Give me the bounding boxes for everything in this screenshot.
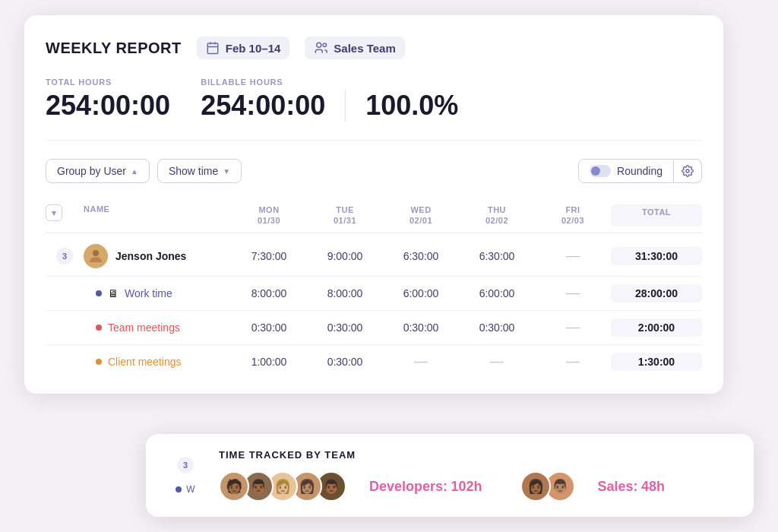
mon-date: 01/30: [258, 215, 280, 226]
user-count-badge: 3: [56, 248, 73, 264]
team-badge[interactable]: Sales Team: [305, 36, 404, 59]
thu-date: 02/02: [485, 215, 508, 226]
cell-tue-3: 0:30:00: [307, 356, 383, 368]
table-row-user: 3 Jenson Jones 7:30:00 9:00:00 6:30:00 6…: [46, 236, 702, 277]
svg-point-4: [317, 43, 321, 47]
rounding-label: Rounding: [617, 165, 663, 177]
cell-wed-3: —: [383, 353, 459, 369]
avatar: [84, 244, 108, 268]
wed-date: 02/01: [410, 215, 432, 226]
bottom-sub-row: W: [176, 484, 194, 495]
cell-thu-0: 6:30:00: [459, 250, 535, 262]
dev-team-label: Developers: 102h: [369, 479, 482, 495]
team-meetings-name-cell: Team meetings: [84, 321, 231, 334]
dev-avatar-group: 🧑🏾 👨🏾 👩🏼 👩🏽 👨🏾: [219, 471, 346, 502]
billable-hours-block: BILLABLE HOURS 254:00:00 100.0%: [201, 78, 458, 122]
bottom-left-section: 3 W: [167, 457, 204, 495]
settings-button[interactable]: [674, 159, 702, 183]
team-icon: [314, 41, 327, 55]
cell-fri-1: —: [535, 285, 611, 301]
fri-day: FRI: [565, 204, 580, 215]
cell-fri-0: —: [535, 248, 611, 264]
cell-fri-3: —: [535, 353, 611, 369]
cell-total-0: 31:30:00: [611, 247, 702, 265]
svg-point-5: [323, 43, 327, 47]
tue-day: TUE: [336, 204, 354, 215]
bottom-right-content: TIME TRACKED BY TEAM 🧑🏾 👨🏾 👩🏼 👩🏽 👨🏾 Deve…: [219, 449, 732, 502]
controls-row: Group by User ▲ Show time ▼ Rounding: [46, 159, 702, 183]
col-fri: FRI 02/03: [535, 204, 611, 226]
work-time-link[interactable]: Work time: [125, 287, 172, 299]
col-mon: MON 01/30: [231, 204, 307, 226]
show-time-button[interactable]: Show time ▼: [157, 159, 242, 183]
controls-left: Group by User ▲ Show time ▼: [46, 159, 242, 183]
group-by-chevron: ▲: [131, 167, 138, 176]
dev-avatar-1: 🧑🏾: [219, 471, 249, 502]
group-by-label: Group by User: [57, 165, 126, 177]
team-text: Sales Team: [334, 42, 395, 55]
svg-point-6: [686, 169, 689, 173]
work-time-dot: [96, 290, 102, 296]
date-range-badge[interactable]: Feb 10–14: [197, 36, 290, 59]
team-tracked-title: TIME TRACKED BY TEAM: [219, 449, 732, 461]
table-row-team-meetings: Team meetings 0:30:00 0:30:00 0:30:00 0:…: [46, 311, 702, 345]
sales-hours: 48h: [641, 479, 665, 494]
bottom-w-label: W: [186, 484, 194, 495]
table-row-work-time: 🖥 Work time 8:00:00 8:00:00 6:00:00 6:00…: [46, 277, 702, 311]
cell-tue-1: 8:00:00: [307, 287, 383, 299]
gear-icon: [682, 165, 694, 177]
cell-mon-2: 0:30:00: [231, 321, 307, 334]
cell-total-2: 2:00:00: [611, 318, 702, 337]
group-by-button[interactable]: Group by User ▲: [46, 159, 150, 183]
client-meetings-name-cell: Client meetings: [84, 356, 231, 368]
svg-point-7: [93, 250, 99, 256]
bottom-dot: [176, 486, 182, 492]
cell-mon-1: 8:00:00: [231, 287, 307, 299]
toggle-icon: [590, 165, 611, 177]
sales-avatar-group: 👩🏾 👨🏽: [520, 471, 575, 502]
work-time-icon: 🖥: [108, 287, 119, 299]
cell-total-3: 1:30:00: [611, 353, 702, 371]
sales-label: Sales:: [598, 479, 638, 494]
dev-hours: 102h: [451, 479, 482, 494]
sales-avatar-1: 👩🏾: [520, 471, 551, 502]
billable-hours-value: 254:00:00: [201, 90, 325, 122]
billable-percent: 100.0%: [365, 90, 458, 122]
bottom-team-card: 3 W TIME TRACKED BY TEAM 🧑🏾 👨🏾 👩🏼 👩🏽 👨🏾 …: [146, 434, 754, 517]
controls-right: Rounding: [578, 159, 702, 183]
cell-thu-2: 0:30:00: [459, 321, 535, 334]
total-hours-value: 254:00:00: [46, 90, 170, 122]
tue-date: 01/31: [334, 215, 356, 226]
mon-day: MON: [258, 204, 279, 215]
table-row-client-meetings: Client meetings 1:00:00 0:30:00 — — — 1:…: [46, 345, 702, 378]
cell-wed-1: 6:00:00: [383, 287, 459, 299]
cell-wed-2: 0:30:00: [383, 321, 459, 334]
cell-tue-0: 9:00:00: [307, 250, 383, 262]
stats-section: TOTAL HOURS 254:00:00 BILLABLE HOURS 254…: [46, 78, 702, 141]
project-name-cell: 🖥 Work time: [84, 287, 231, 299]
table-header-row: ▾ NAME MON 01/30 TUE 01/31 WED 02/01 THU: [46, 198, 702, 233]
total-hours-label: TOTAL HOURS: [46, 78, 170, 87]
team-meetings-dot: [96, 325, 102, 331]
team-meetings-link[interactable]: Team meetings: [108, 321, 180, 334]
cell-wed-0: 6:30:00: [383, 250, 459, 262]
cell-total-1: 28:00:00: [611, 284, 702, 302]
expand-all-button[interactable]: ▾: [46, 204, 62, 221]
client-meetings-link[interactable]: Client meetings: [108, 356, 182, 368]
total-hours-block: TOTAL HOURS 254:00:00: [46, 78, 170, 122]
report-header: WEEKLY REPORT Feb 10–14 Sales Team: [46, 36, 702, 59]
cell-mon-0: 7:30:00: [231, 250, 307, 262]
user-name-text: Jenson Jones: [115, 250, 186, 262]
col-thu: THU 02/02: [459, 204, 535, 226]
rounding-toggle[interactable]: Rounding: [578, 159, 674, 183]
stat-separator: [345, 90, 346, 122]
bottom-row-num: 3: [177, 457, 194, 473]
col-expand: ▾: [46, 204, 84, 226]
cell-fri-2: —: [535, 319, 611, 335]
show-time-chevron: ▼: [223, 167, 230, 176]
report-title: WEEKLY REPORT: [46, 40, 182, 57]
col-name: NAME: [84, 204, 231, 226]
row-num-cell: 3: [46, 248, 84, 264]
thu-day: THU: [488, 204, 506, 215]
cell-tue-2: 0:30:00: [307, 321, 383, 334]
